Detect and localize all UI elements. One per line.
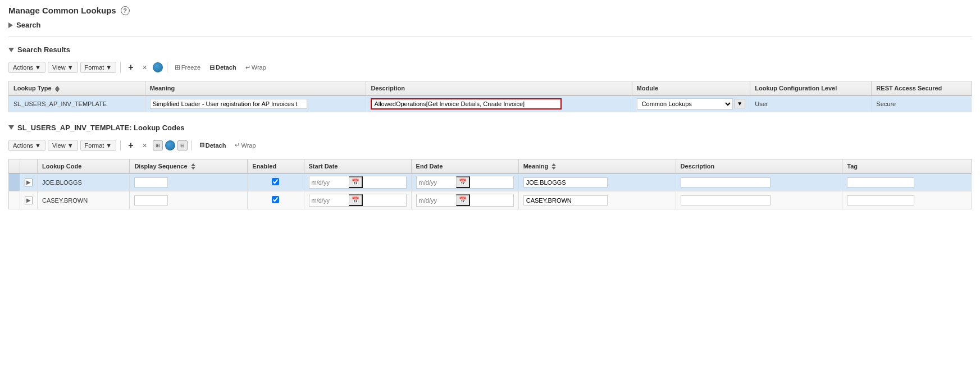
lc-enabled-checkbox-1[interactable] xyxy=(272,178,279,185)
module-dropdown: Common Lookups ▼ xyxy=(637,98,746,109)
lc-end-date-wrapper-2: 📅 xyxy=(416,194,514,207)
lc-start-date-input-1[interactable] xyxy=(309,178,349,187)
expand-button-2[interactable]: ▶ xyxy=(25,197,33,204)
lookup-codes-table: Lookup Code Display Sequence Enabled Sta… xyxy=(8,159,972,210)
expand-button-1[interactable]: ▶ xyxy=(25,179,33,186)
search-results-header[interactable]: Search Results xyxy=(8,45,972,54)
lc-sort-icons[interactable] xyxy=(191,163,195,170)
lc-export-icon[interactable]: ⊟ xyxy=(177,140,188,150)
lc-actions-label: Actions xyxy=(13,142,33,149)
lc-cell-end-date-1: 📅 xyxy=(411,173,518,191)
lc-wrap-button[interactable]: ↵ Wrap xyxy=(231,140,259,150)
lc-globe-icon[interactable] xyxy=(165,140,175,150)
lc-tag-input-1[interactable] xyxy=(847,177,914,188)
module-select[interactable]: Common Lookups xyxy=(637,98,733,109)
page-title-text: Manage Common Lookups xyxy=(8,6,116,15)
lc-format-button[interactable]: Format ▼ xyxy=(80,140,117,151)
lc-meaning-input-1[interactable] xyxy=(523,177,608,188)
table-row[interactable]: ▶ JOE.BLOGGS 📅 xyxy=(9,173,972,191)
lc-cell-end-date-2: 📅 xyxy=(411,191,518,209)
globe-icon[interactable] xyxy=(153,62,163,72)
lookup-codes-header[interactable]: SL_USERS_AP_INV_TEMPLATE: Lookup Codes xyxy=(8,124,972,132)
help-icon[interactable]: ? xyxy=(121,6,130,15)
lc-add-button[interactable]: + xyxy=(125,139,136,152)
detach-icon: ⊟ xyxy=(209,64,215,71)
lc-end-date-wrapper-1: 📅 xyxy=(416,176,514,189)
toolbar-separator-2 xyxy=(167,62,167,72)
lc-wrap-label: Wrap xyxy=(241,142,256,149)
format-chevron-icon: ▼ xyxy=(106,64,112,71)
freeze-button[interactable]: ⊞ Freeze xyxy=(171,62,204,72)
lc-view-label: View xyxy=(52,142,66,149)
lc-start-date-wrapper-1: 📅 xyxy=(309,176,407,189)
lc-x-label: × xyxy=(143,141,147,150)
col-lc-meaning: Meaning xyxy=(518,159,676,173)
search-section-header[interactable]: Search xyxy=(8,21,972,29)
lc-description-input-2[interactable] xyxy=(681,195,771,206)
lc-start-date-cal-1[interactable]: 📅 xyxy=(349,176,363,188)
lc-meaning-input-2[interactable] xyxy=(523,195,608,206)
lc-end-date-cal-1[interactable]: 📅 xyxy=(456,176,470,188)
cell-lookup-type: SL_USERS_AP_INV_TEMPLATE xyxy=(9,95,145,112)
search-collapse-icon xyxy=(8,22,13,28)
cell-config-level: User xyxy=(750,95,872,112)
lc-expand-2: ▶ xyxy=(20,191,38,209)
view-button[interactable]: View ▼ xyxy=(48,62,78,73)
lc-end-date-cal-2[interactable]: 📅 xyxy=(456,194,470,206)
lc-cell-tag-2 xyxy=(842,191,972,209)
actions-button[interactable]: Actions ▼ xyxy=(8,62,45,73)
lc-view-chevron: ▼ xyxy=(67,142,74,149)
module-dropdown-arrow[interactable]: ▼ xyxy=(734,99,745,108)
lc-actions-button[interactable]: Actions ▼ xyxy=(8,140,45,151)
search-results-header-row: Lookup Type Meaning Description Module xyxy=(9,81,972,96)
cell-description xyxy=(366,95,632,112)
lc-cell-start-date-1: 📅 xyxy=(304,173,411,191)
lc-toolbar-sep-2 xyxy=(192,140,192,150)
lc-wrap-icon: ↵ xyxy=(235,141,240,149)
search-results-section: Search Results Actions ▼ View ▼ Format ▼… xyxy=(8,45,972,112)
lc-cell-enabled-2 xyxy=(248,191,304,209)
lc-start-date-input-2[interactable] xyxy=(309,196,349,205)
lc-cell-meaning-1 xyxy=(518,173,676,191)
description-input[interactable] xyxy=(371,98,562,109)
cell-rest-access: Secure xyxy=(872,95,972,112)
lc-sort-down-icon xyxy=(191,167,195,170)
table-row[interactable]: ▶ CASEY.BROWN 📅 xyxy=(9,191,972,209)
lc-end-date-input-2[interactable] xyxy=(417,196,456,205)
lc-toolbar-sep-1 xyxy=(120,140,121,150)
lc-tag-input-2[interactable] xyxy=(847,195,914,206)
sort-icons-lookup-type[interactable] xyxy=(55,86,60,92)
table-row[interactable]: SL_USERS_AP_INV_TEMPLATE Common Lookups xyxy=(9,95,972,112)
lc-end-date-input-1[interactable] xyxy=(417,178,456,187)
format-button[interactable]: Format ▼ xyxy=(80,62,117,73)
lc-detach-icon: ⊟ xyxy=(199,141,204,149)
lc-display-seq-input-1[interactable] xyxy=(134,177,168,188)
meaning-input[interactable] xyxy=(150,99,307,109)
add-button[interactable]: + xyxy=(125,61,136,74)
lc-view-button[interactable]: View ▼ xyxy=(48,140,78,151)
lc-display-seq-input-2[interactable] xyxy=(134,195,168,206)
search-results-toolbar: Actions ▼ View ▼ Format ▼ + × ⊞ Freez xyxy=(8,58,972,76)
lc-delete-button[interactable]: × xyxy=(139,139,151,152)
lc-meaning-sort-icons[interactable] xyxy=(551,163,556,170)
detach-button[interactable]: ⊟ Detach xyxy=(206,63,240,72)
search-section: Search xyxy=(8,21,972,37)
delete-button[interactable]: × xyxy=(139,61,151,74)
page-container: Manage Common Lookups ? Search Search Re… xyxy=(0,0,980,215)
col-lc-start-date: Start Date xyxy=(304,159,411,173)
lc-enabled-checkbox-2[interactable] xyxy=(272,196,279,203)
lc-start-date-cal-2[interactable]: 📅 xyxy=(349,194,363,206)
lc-grid-icon[interactable]: ⊞ xyxy=(153,140,163,150)
lc-row-indicator-2 xyxy=(9,191,20,209)
lc-description-input-1[interactable] xyxy=(681,177,771,188)
wrap-label: Wrap xyxy=(252,64,266,71)
lc-meaning-sort-up xyxy=(551,163,556,166)
sort-down-icon xyxy=(55,89,60,92)
lc-detach-button[interactable]: ⊟ Detach xyxy=(196,140,230,150)
search-results-table: Lookup Type Meaning Description Module xyxy=(8,81,972,112)
search-section-label: Search xyxy=(16,21,40,29)
lookup-codes-header-row: Lookup Code Display Sequence Enabled Sta… xyxy=(9,159,972,173)
wrap-button[interactable]: ↵ Wrap xyxy=(242,63,270,72)
lc-start-date-wrapper-2: 📅 xyxy=(309,194,407,207)
col-description: Description xyxy=(366,81,632,96)
